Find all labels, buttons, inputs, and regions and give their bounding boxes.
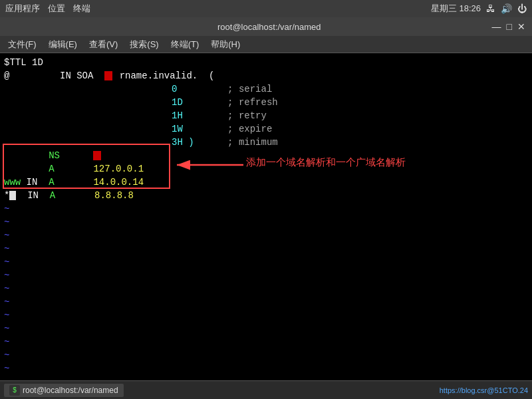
line-5: 1H ; retry [4, 109, 528, 122]
line-2: @ IN SOA rname.invalid. ( [4, 69, 528, 82]
apps-menu[interactable]: 应用程序 [5, 3, 40, 15]
tilde-6: ~ [4, 269, 528, 282]
taskbar-left: $ root@localhost:/var/named [4, 384, 124, 397]
terminal-task-icon: $ [9, 385, 20, 396]
tilde-5: ~ [4, 255, 528, 269]
menu-search[interactable]: 搜索(S) [126, 37, 162, 52]
volume-icon: 🔊 [501, 3, 512, 14]
network-icon: 🖧 [486, 3, 495, 14]
line-7: 3H ) ; minimum [4, 136, 528, 149]
tilde-2: ~ [4, 215, 528, 229]
taskbar-item-label: root@localhost:/var/named [23, 386, 118, 395]
window-title: root@localhost:/var/named [47, 22, 492, 32]
maximize-button[interactable]: □ [507, 21, 512, 32]
tilde-1: ~ [4, 202, 528, 215]
line-6: 1W ; expire [4, 122, 528, 136]
minimize-button[interactable]: — [492, 21, 501, 32]
close-button[interactable]: ✕ [517, 21, 525, 32]
menu-edit[interactable]: 编辑(E) [45, 37, 81, 52]
location-menu[interactable]: 位置 [48, 3, 65, 15]
menu-view[interactable]: 查看(V) [85, 37, 122, 52]
tilde-9: ~ [4, 309, 528, 322]
line-11: * IN A 8.8.8.8 [4, 189, 528, 202]
tilde-7: ~ [4, 282, 528, 295]
taskbar-url: https://blog.csr@51CTO.24 [440, 386, 528, 394]
line-3: 0 ; serial [4, 82, 528, 96]
tilde-4: ~ [4, 242, 528, 255]
tilde-3: ~ [4, 229, 528, 242]
datetime: 星期三 18:26 [431, 3, 481, 15]
power-icon: ⏻ [517, 3, 527, 14]
terminal-content[interactable]: $TTL 1D @ IN SOA rname.invalid. ( 0 ; se… [0, 53, 532, 384]
line-10: www IN A 14.0.0.14 [4, 176, 528, 189]
tilde-10: ~ [4, 322, 528, 335]
system-bar: 应用程序 位置 终端 星期三 18:26 🖧 🔊 ⏻ [0, 0, 532, 17]
system-bar-right: 星期三 18:26 🖧 🔊 ⏻ [431, 3, 527, 15]
menu-terminal[interactable]: 终端(T) [167, 37, 203, 52]
line-4: 1D ; refresh [4, 96, 528, 109]
line-9: A 127.0.0.1 [4, 162, 528, 176]
terminal-window: root@localhost:/var/named — □ ✕ 文件(F) 编辑… [0, 17, 532, 399]
menu-bar: 文件(F) 编辑(E) 查看(V) 搜索(S) 终端(T) 帮助(H) [0, 36, 532, 53]
tilde-12: ~ [4, 348, 528, 362]
tilde-8: ~ [4, 295, 528, 309]
tilde-13: ~ [4, 362, 528, 375]
taskbar-terminal-item[interactable]: $ root@localhost:/var/named [4, 384, 124, 397]
taskbar: $ root@localhost:/var/named https://blog… [0, 380, 532, 399]
line-8: NS [4, 149, 528, 162]
window-controls: — □ ✕ [492, 21, 525, 32]
menu-help[interactable]: 帮助(H) [207, 37, 244, 52]
tilde-11: ~ [4, 335, 528, 348]
line-1: $TTL 1D [4, 56, 528, 69]
title-bar: root@localhost:/var/named — □ ✕ [0, 17, 532, 36]
terminal-menu[interactable]: 终端 [73, 3, 90, 15]
system-bar-left: 应用程序 位置 终端 [5, 3, 90, 15]
menu-file[interactable]: 文件(F) [4, 37, 41, 52]
